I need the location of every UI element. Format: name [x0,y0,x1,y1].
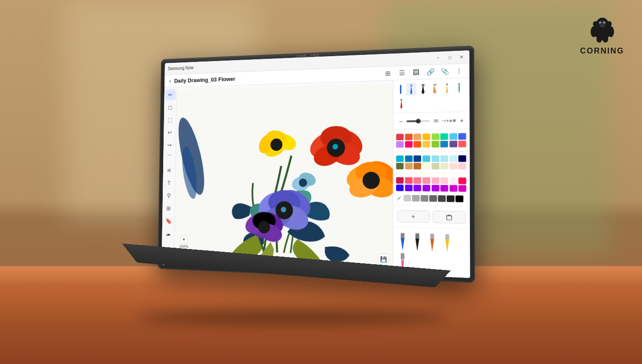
close-button[interactable]: ✕ [457,53,465,61]
select-tool-btn[interactable]: ⬚ [165,114,175,125]
color-swatch[interactable] [414,184,421,191]
minimize-button[interactable]: − [434,54,442,61]
maximize-button[interactable]: □ [446,53,453,61]
color-swatch[interactable] [423,184,430,191]
color-swatch[interactable] [449,185,457,192]
eraser-tool-btn[interactable]: ◻ [165,101,175,112]
color-swatch[interactable] [438,195,445,202]
color-swatch[interactable] [432,133,439,140]
image-icon[interactable]: 🖼 [412,68,420,76]
header-icons: ⊞ ☰ 🖼 🔗 📎 ⋮ [384,66,464,78]
color-swatch[interactable] [423,163,430,169]
pen-set-1[interactable] [396,232,409,251]
pages-btn[interactable]: ≋ [164,164,174,176]
color-swatch[interactable] [405,177,412,184]
grid-btn[interactable]: ⊞ [164,202,174,213]
pen-tool-3[interactable] [430,82,440,95]
color-swatch[interactable] [396,177,403,184]
color-swatch[interactable] [421,195,428,201]
color-swatch[interactable] [405,155,412,162]
color-swatch[interactable] [405,184,412,191]
color-swatch[interactable] [423,177,430,184]
color-swatch[interactable] [403,195,411,201]
pen-tool-2[interactable] [418,82,428,95]
pen-set-3[interactable] [425,233,439,252]
pen-tool-4[interactable] [442,81,453,94]
more-icon[interactable]: ⋮ [455,66,464,75]
color-swatch[interactable] [440,155,448,162]
color-swatch[interactable] [456,195,464,202]
color-swatch[interactable] [396,141,404,147]
color-swatch[interactable] [458,140,466,147]
color-swatch[interactable] [440,141,448,147]
link-icon[interactable]: 🔗 [426,67,434,76]
color-swatch[interactable] [396,184,403,191]
pen-tools-row [396,81,467,110]
undo-btn[interactable]: ↩ [165,127,175,138]
color-swatch[interactable] [414,141,421,147]
text-tool-btn[interactable]: T [164,177,174,188]
color-swatch[interactable] [440,133,448,140]
color-swatch[interactable] [405,163,412,169]
eyedropper-icon[interactable]: 💉 [396,195,402,200]
color-swatch[interactable] [396,155,404,162]
bookmark-btn[interactable]: 🔖 [163,215,173,226]
color-swatch[interactable] [412,195,420,201]
color-swatch[interactable] [440,177,448,184]
color-swatch[interactable] [449,177,457,184]
pen-tool-6[interactable] [396,97,407,110]
color-swatch[interactable] [449,133,457,139]
delete-pen-btn[interactable] [432,210,466,223]
color-swatch[interactable] [396,163,403,169]
zoom-plus-btn[interactable]: + [180,235,187,243]
color-swatch[interactable] [449,140,457,147]
back-button[interactable]: ‹ [169,77,171,84]
color-swatch[interactable] [432,141,439,147]
save-button[interactable]: 💾 [378,254,389,265]
attach-icon[interactable]: 📎 [440,67,449,75]
color-swatch[interactable] [449,163,457,169]
color-swatch[interactable] [432,155,439,162]
add-pen-btn[interactable]: + [397,210,429,223]
color-swatch[interactable] [464,195,470,202]
color-swatch[interactable] [423,155,430,162]
color-swatch[interactable] [405,134,412,140]
window-title-bar: Samsung Note [168,65,194,71]
color-swatch[interactable] [458,133,466,139]
color-swatch[interactable] [429,195,437,201]
color-swatch[interactable] [414,163,421,169]
color-swatch[interactable] [423,133,430,140]
color-swatch[interactable] [414,177,421,184]
color-swatch[interactable] [432,177,439,184]
lasso-btn[interactable]: ⌒ [164,152,174,163]
size-plus-btn[interactable]: + [458,116,466,124]
size-slider[interactable] [407,120,430,122]
color-swatch[interactable] [459,177,467,184]
pen-set-2[interactable] [411,232,424,251]
color-swatch[interactable] [440,163,448,169]
cloud-btn[interactable]: ☁ [163,228,173,239]
color-swatch[interactable] [414,133,421,140]
color-swatch[interactable] [458,155,466,162]
color-swatch[interactable] [440,185,448,192]
color-swatch[interactable] [432,184,439,191]
size-minus-btn[interactable]: − [397,118,405,125]
color-swatch[interactable] [458,163,466,169]
active-pen-indicator[interactable] [396,83,405,95]
color-swatch[interactable] [396,134,404,140]
pen-tool-1[interactable] [406,82,416,96]
color-swatch[interactable] [432,163,439,169]
redo-btn[interactable]: ↪ [165,139,175,150]
pen-tool-btn[interactable]: ✏ [165,89,176,100]
color-swatch[interactable] [449,155,457,162]
pen-set-4[interactable] [440,233,454,253]
color-swatch[interactable] [447,195,455,202]
list-icon[interactable]: ☰ [398,68,406,77]
search-btn[interactable]: ⚲ [164,190,174,201]
pen-tool-5[interactable] [454,81,465,94]
color-swatch[interactable] [414,155,421,162]
columns-icon[interactable]: ⊞ [384,69,392,78]
color-swatch[interactable] [459,185,467,192]
color-swatch[interactable] [405,141,412,147]
color-swatch[interactable] [423,141,430,147]
